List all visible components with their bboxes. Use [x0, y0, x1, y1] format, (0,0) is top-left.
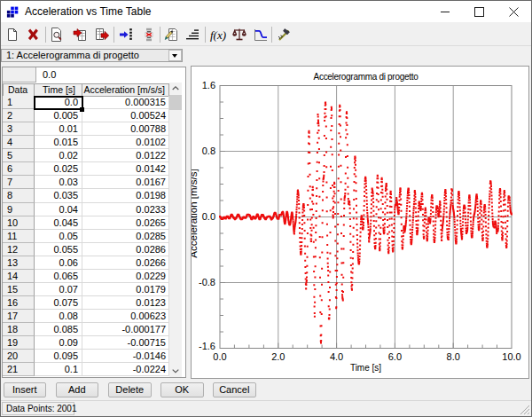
svg-text:10.0: 10.0	[502, 350, 520, 361]
svg-text:Accelerogramma di progetto: Accelerogramma di progetto	[314, 71, 419, 81]
svg-text:f(x): f(x)	[210, 28, 226, 42]
svg-text:2.0: 2.0	[271, 350, 285, 361]
svg-text:4.0: 4.0	[330, 350, 343, 361]
svg-text:-0.8: -0.8	[199, 277, 215, 287]
svg-text:1.6: 1.6	[202, 80, 215, 90]
svg-text:Time [s]: Time [s]	[350, 363, 381, 373]
svg-text:0.0: 0.0	[213, 350, 226, 361]
svg-text:0.0: 0.0	[202, 211, 215, 222]
svg-text:0.8: 0.8	[202, 146, 215, 156]
svg-text:-1.6: -1.6	[199, 341, 215, 351]
svg-text:Acceleration [m/s/s]: Acceleration [m/s/s]	[192, 169, 199, 257]
svg-text:8.0: 8.0	[447, 350, 460, 361]
svg-text:6.0: 6.0	[388, 350, 402, 361]
